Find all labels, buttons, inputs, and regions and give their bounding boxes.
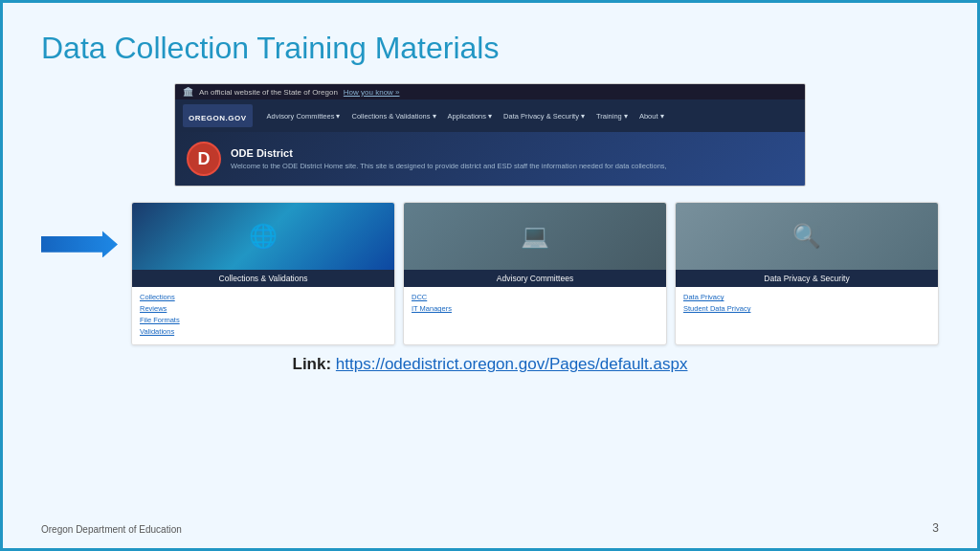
ode-district-url[interactable]: https://odedistrict.oregon.gov/Pages/def… xyxy=(336,355,688,373)
bottom-link-section: Link: https://odedistrict.oregon.gov/Pag… xyxy=(41,355,939,374)
blue-arrow xyxy=(41,231,118,257)
link-it-managers[interactable]: IT Managers xyxy=(412,304,658,313)
link-file-formats[interactable]: File Formats xyxy=(140,316,387,324)
ode-district-icon: D xyxy=(187,142,221,176)
nav-applications[interactable]: Applications ▾ xyxy=(443,110,498,122)
card-collections-title: Collections & Validations xyxy=(132,270,394,287)
link-label: Link: xyxy=(293,355,332,373)
card-collections-links: Collections Reviews File Formats Validat… xyxy=(132,287,394,344)
how-you-know-link[interactable]: How you know » xyxy=(344,88,400,97)
slide-title: Data Collection Training Materials xyxy=(41,30,939,66)
card-advisory-links: DCC IT Managers xyxy=(404,287,666,321)
card-advisory-title: Advisory Committees xyxy=(404,270,666,287)
site-logo[interactable]: OREGON.GOV xyxy=(183,104,253,127)
site-banner-top: 🏛️ An official website of the State of O… xyxy=(175,84,805,99)
slide: Data Collection Training Materials 🏛️ An… xyxy=(3,3,977,548)
cards-section: 🌐 Collections & Validations Collections … xyxy=(131,202,939,345)
site-hero-text: ODE District Welcome to the ODE District… xyxy=(231,147,667,172)
privacy-image-overlay: 🔍 xyxy=(676,203,938,270)
hero-description: Welcome to the ODE District Home site. T… xyxy=(231,162,667,172)
nav-about[interactable]: About ▾ xyxy=(635,110,669,122)
logo-text: OREGON.GOV xyxy=(189,114,247,122)
advisory-image-overlay: 💻 xyxy=(404,203,666,270)
footer-page-number: 3 xyxy=(932,521,939,535)
main-content-row: 🌐 Collections & Validations Collections … xyxy=(41,202,939,345)
hero-title: ODE District xyxy=(231,147,667,159)
nav-advisory-committees[interactable]: Advisory Committees ▾ xyxy=(262,110,345,122)
card-advisory: 💻 Advisory Committees DCC IT Managers xyxy=(403,202,667,345)
nav-data-privacy[interactable]: Data Privacy & Security ▾ xyxy=(499,110,590,122)
link-dcc[interactable]: DCC xyxy=(412,293,658,301)
site-hero: D ODE District Welcome to the ODE Distri… xyxy=(175,132,805,186)
footer-organization: Oregon Department of Education xyxy=(41,524,182,535)
arrow-container xyxy=(41,202,118,257)
card-privacy-image: 🔍 xyxy=(676,203,938,270)
card-collections: 🌐 Collections & Validations Collections … xyxy=(131,202,395,345)
card-privacy-title: Data Privacy & Security xyxy=(676,270,938,287)
content-area: 🏛️ An official website of the State of O… xyxy=(41,83,939,518)
nav-collections[interactable]: Collections & Validations ▾ xyxy=(347,110,441,122)
collections-image-overlay: 🌐 xyxy=(132,203,394,270)
card-privacy-links: Data Privacy Student Data Privacy xyxy=(676,287,938,321)
link-reviews[interactable]: Reviews xyxy=(140,304,387,313)
card-advisory-image: 💻 xyxy=(404,203,666,270)
slide-footer: Oregon Department of Education 3 xyxy=(41,518,939,535)
card-privacy: 🔍 Data Privacy & Security Data Privacy S… xyxy=(675,202,939,345)
website-mockup: 🏛️ An official website of the State of O… xyxy=(174,83,806,187)
site-nav: OREGON.GOV Advisory Committees ▾ Collect… xyxy=(175,99,805,132)
link-student-data-privacy[interactable]: Student Data Privacy xyxy=(683,304,930,313)
card-collections-image: 🌐 xyxy=(132,203,394,270)
link-data-privacy[interactable]: Data Privacy xyxy=(683,293,930,301)
link-validations[interactable]: Validations xyxy=(140,327,387,336)
official-site-text: An official website of the State of Oreg… xyxy=(199,88,338,97)
link-collections[interactable]: Collections xyxy=(140,293,387,301)
nav-training[interactable]: Training ▾ xyxy=(591,110,633,122)
